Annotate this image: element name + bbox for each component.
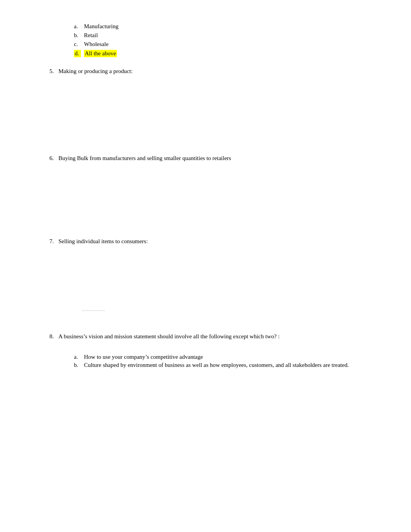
answer-a: a. Manufacturing [74, 23, 376, 30]
question-8-number: 8. [43, 333, 54, 340]
spacer-after-divider [43, 315, 376, 322]
spacer-after-q5 [43, 75, 376, 144]
question-8-section: 8. A business’s vision and mission state… [43, 333, 376, 368]
spacer-after-q6 [43, 162, 376, 227]
answer-a-text: Manufacturing [84, 23, 118, 30]
question-6-text: Buying Bulk from manufacturers and selli… [58, 155, 376, 162]
answer-d: d. All the above [74, 50, 376, 57]
sub-answer-b-label: b. [74, 362, 81, 368]
sub-answer-b-text: Culture shaped by environment of busines… [84, 362, 349, 368]
question-5-number: 5. [43, 68, 54, 75]
sub-answer-a-label: a. [74, 354, 81, 360]
sub-answer-a: a. How to use your company’s competitive… [74, 354, 376, 360]
answer-c-text: Wholesale [84, 41, 108, 48]
answer-a-label: a. [74, 23, 81, 30]
question-5-text: Making or producing a product: [58, 68, 376, 75]
sub-answer-a-text: How to use your company’s competitive ad… [84, 354, 203, 360]
answer-list: a. Manufacturing b. Retail c. Wholesale … [74, 23, 376, 57]
content-area: a. Manufacturing b. Retail c. Wholesale … [43, 23, 376, 368]
question-7-number: 7. [43, 238, 54, 245]
answer-list-section: a. Manufacturing b. Retail c. Wholesale … [43, 23, 376, 57]
answer-c: c. Wholesale [74, 41, 376, 48]
answer-d-label: d. [74, 50, 81, 57]
question-6: 6. Buying Bulk from manufacturers and se… [43, 155, 376, 162]
question-7-section: 7. Selling individual items to consumers… [43, 238, 376, 322]
sub-answer-list: a. How to use your company’s competitive… [74, 354, 376, 368]
question-5: 5. Making or producing a product: [43, 68, 376, 75]
question-6-number: 6. [43, 155, 54, 162]
question-5-section: 5. Making or producing a product: [43, 68, 376, 144]
answer-c-label: c. [74, 41, 81, 48]
spacer-q8-sub [43, 340, 376, 351]
sub-answer-b: b. Culture shaped by environment of busi… [74, 362, 376, 368]
answer-b-text: Retail [84, 32, 98, 39]
question-8: 8. A business’s vision and mission state… [43, 333, 376, 340]
question-8-text: A business’s vision and mission statemen… [58, 333, 376, 340]
spacer-after-q7 [43, 245, 376, 307]
question-7: 7. Selling individual items to consumers… [43, 238, 376, 245]
answer-b: b. Retail [74, 32, 376, 39]
answer-b-label: b. [74, 32, 81, 39]
question-7-text: Selling individual items to consumers: [58, 238, 376, 245]
answer-d-text: All the above [84, 50, 117, 57]
question-6-section: 6. Buying Bulk from manufacturers and se… [43, 155, 376, 227]
divider-line [82, 310, 105, 311]
